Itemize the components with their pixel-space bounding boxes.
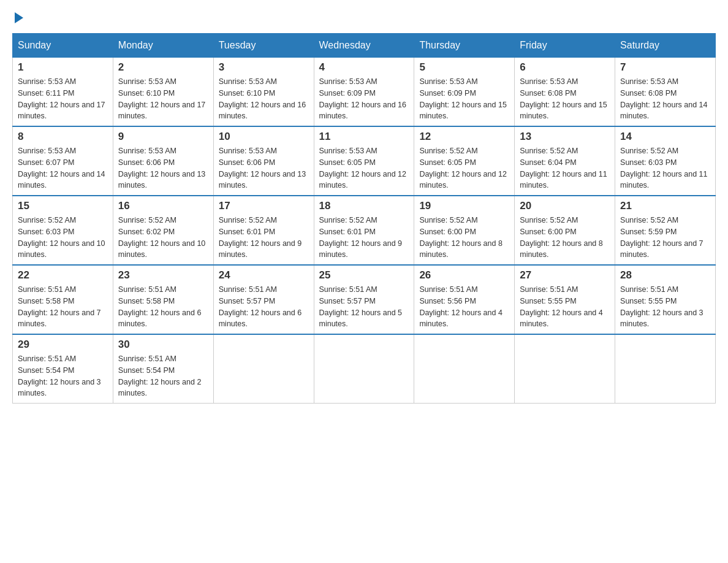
day-info: Sunrise: 5:53 AMSunset: 6:09 PMDaylight:… [419,76,509,122]
day-number: 22 [18,269,108,282]
calendar-week-row: 8Sunrise: 5:53 AMSunset: 6:07 PMDaylight… [13,126,716,196]
day-number: 4 [319,61,409,74]
day-info: Sunrise: 5:52 AMSunset: 6:03 PMDaylight:… [18,215,108,261]
table-row: 9Sunrise: 5:53 AMSunset: 6:06 PMDaylight… [113,126,213,196]
day-number: 8 [18,131,108,143]
table-row: 27Sunrise: 5:51 AMSunset: 5:55 PMDayligh… [515,265,615,334]
calendar-table: Sunday Monday Tuesday Wednesday Thursday… [12,33,716,404]
col-sunday: Sunday [13,34,113,58]
day-info: Sunrise: 5:53 AMSunset: 6:07 PMDaylight:… [18,145,108,191]
day-number: 1 [18,61,108,74]
day-number: 21 [620,200,710,212]
day-number: 11 [319,131,409,143]
day-info: Sunrise: 5:52 AMSunset: 6:02 PMDaylight:… [118,215,208,261]
day-info: Sunrise: 5:53 AMSunset: 6:11 PMDaylight:… [18,76,108,122]
day-number: 20 [520,200,610,212]
table-row [615,334,716,404]
day-info: Sunrise: 5:51 AMSunset: 5:58 PMDaylight:… [118,284,208,330]
day-info: Sunrise: 5:52 AMSunset: 6:00 PMDaylight:… [520,215,610,261]
day-number: 23 [118,269,208,282]
day-number: 10 [219,131,309,143]
col-wednesday: Wednesday [314,34,414,58]
col-monday: Monday [113,34,213,58]
day-number: 16 [118,200,208,212]
day-number: 17 [219,200,309,212]
table-row: 11Sunrise: 5:53 AMSunset: 6:05 PMDayligh… [314,126,414,196]
table-row: 29Sunrise: 5:51 AMSunset: 5:54 PMDayligh… [13,334,113,404]
table-row [515,334,615,404]
table-row: 15Sunrise: 5:52 AMSunset: 6:03 PMDayligh… [13,196,113,265]
day-number: 30 [118,339,208,351]
logo-triangle [15,12,23,23]
day-number: 28 [620,269,710,282]
table-row [314,334,414,404]
table-row: 10Sunrise: 5:53 AMSunset: 6:06 PMDayligh… [213,126,314,196]
day-info: Sunrise: 5:51 AMSunset: 5:54 PMDaylight:… [118,353,208,399]
day-info: Sunrise: 5:53 AMSunset: 6:06 PMDaylight:… [118,145,208,191]
table-row: 30Sunrise: 5:51 AMSunset: 5:54 PMDayligh… [113,334,213,404]
table-row: 24Sunrise: 5:51 AMSunset: 5:57 PMDayligh… [213,265,314,334]
day-info: Sunrise: 5:51 AMSunset: 5:55 PMDaylight:… [620,284,710,330]
day-info: Sunrise: 5:51 AMSunset: 5:57 PMDaylight:… [319,284,409,330]
table-row: 7Sunrise: 5:53 AMSunset: 6:08 PMDaylight… [615,58,716,127]
day-info: Sunrise: 5:51 AMSunset: 5:57 PMDaylight:… [219,284,309,330]
day-number: 7 [620,61,710,74]
table-row: 12Sunrise: 5:52 AMSunset: 6:05 PMDayligh… [414,126,515,196]
calendar-week-row: 15Sunrise: 5:52 AMSunset: 6:03 PMDayligh… [13,196,716,265]
day-info: Sunrise: 5:52 AMSunset: 6:01 PMDaylight:… [319,215,409,261]
calendar-week-row: 22Sunrise: 5:51 AMSunset: 5:58 PMDayligh… [13,265,716,334]
day-info: Sunrise: 5:52 AMSunset: 6:00 PMDaylight:… [419,215,509,261]
day-number: 18 [319,200,409,212]
day-info: Sunrise: 5:51 AMSunset: 5:55 PMDaylight:… [520,284,610,330]
day-info: Sunrise: 5:53 AMSunset: 6:05 PMDaylight:… [319,145,409,191]
day-number: 9 [118,131,208,143]
table-row: 6Sunrise: 5:53 AMSunset: 6:08 PMDaylight… [515,58,615,127]
table-row: 21Sunrise: 5:52 AMSunset: 5:59 PMDayligh… [615,196,716,265]
day-info: Sunrise: 5:53 AMSunset: 6:08 PMDaylight:… [620,76,710,122]
day-number: 15 [18,200,108,212]
table-row: 25Sunrise: 5:51 AMSunset: 5:57 PMDayligh… [314,265,414,334]
day-info: Sunrise: 5:51 AMSunset: 5:56 PMDaylight:… [419,284,509,330]
table-row: 8Sunrise: 5:53 AMSunset: 6:07 PMDaylight… [13,126,113,196]
table-row: 20Sunrise: 5:52 AMSunset: 6:00 PMDayligh… [515,196,615,265]
table-row: 26Sunrise: 5:51 AMSunset: 5:56 PMDayligh… [414,265,515,334]
day-info: Sunrise: 5:53 AMSunset: 6:10 PMDaylight:… [118,76,208,122]
day-info: Sunrise: 5:52 AMSunset: 6:01 PMDaylight:… [219,215,309,261]
day-number: 3 [219,61,309,74]
col-tuesday: Tuesday [213,34,314,58]
day-info: Sunrise: 5:52 AMSunset: 6:05 PMDaylight:… [419,145,509,191]
day-info: Sunrise: 5:52 AMSunset: 6:04 PMDaylight:… [520,145,610,191]
calendar-week-row: 29Sunrise: 5:51 AMSunset: 5:54 PMDayligh… [13,334,716,404]
table-row [414,334,515,404]
table-row: 4Sunrise: 5:53 AMSunset: 6:09 PMDaylight… [314,58,414,127]
day-number: 25 [319,269,409,282]
page-header [12,12,716,21]
table-row [213,334,314,404]
table-row: 17Sunrise: 5:52 AMSunset: 6:01 PMDayligh… [213,196,314,265]
table-row: 19Sunrise: 5:52 AMSunset: 6:00 PMDayligh… [414,196,515,265]
day-number: 19 [419,200,509,212]
day-info: Sunrise: 5:53 AMSunset: 6:08 PMDaylight:… [520,76,610,122]
day-number: 14 [620,131,710,143]
day-info: Sunrise: 5:52 AMSunset: 6:03 PMDaylight:… [620,145,710,191]
day-number: 27 [520,269,610,282]
col-saturday: Saturday [615,34,716,58]
calendar-header-row: Sunday Monday Tuesday Wednesday Thursday… [13,34,716,58]
table-row: 22Sunrise: 5:51 AMSunset: 5:58 PMDayligh… [13,265,113,334]
day-number: 29 [18,339,108,351]
logo [12,12,25,21]
table-row: 23Sunrise: 5:51 AMSunset: 5:58 PMDayligh… [113,265,213,334]
table-row: 16Sunrise: 5:52 AMSunset: 6:02 PMDayligh… [113,196,213,265]
table-row: 3Sunrise: 5:53 AMSunset: 6:10 PMDaylight… [213,58,314,127]
day-number: 6 [520,61,610,74]
day-number: 24 [219,269,309,282]
col-friday: Friday [515,34,615,58]
day-info: Sunrise: 5:53 AMSunset: 6:06 PMDaylight:… [219,145,309,191]
day-number: 5 [419,61,509,74]
day-info: Sunrise: 5:53 AMSunset: 6:10 PMDaylight:… [219,76,309,122]
table-row: 5Sunrise: 5:53 AMSunset: 6:09 PMDaylight… [414,58,515,127]
day-number: 26 [419,269,509,282]
day-info: Sunrise: 5:53 AMSunset: 6:09 PMDaylight:… [319,76,409,122]
day-number: 13 [520,131,610,143]
day-info: Sunrise: 5:51 AMSunset: 5:58 PMDaylight:… [18,284,108,330]
